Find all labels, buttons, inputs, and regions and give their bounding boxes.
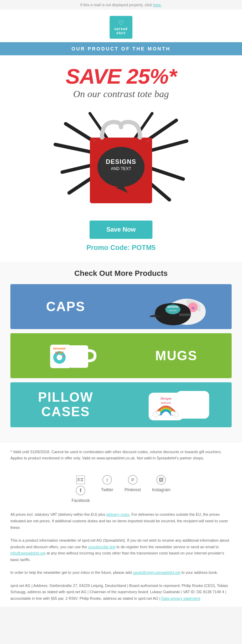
tote-illustration: DESIGNS AND TEXT ✕ ✕: [7, 103, 235, 214]
topbar-text: If this e-mail is not displayed properly…: [80, 3, 153, 7]
svg-text:AND TEXT: AND TEXT: [111, 166, 131, 171]
svg-point-28: [57, 355, 62, 360]
footer-p1: All prices incl. statutory VAT (delivery…: [10, 511, 232, 531]
mugs-svg: DESIGNS and text: [31, 335, 100, 376]
logo-box: ♡ spreadshirt: [110, 16, 133, 39]
social-twitter[interactable]: t Twitter: [101, 475, 113, 492]
caps-svg: 👾 DESIGNS and text: [142, 286, 211, 327]
social-facebook[interactable]:  f Facebook: [72, 475, 90, 503]
mugs-image: DESIGNS and text: [10, 333, 121, 378]
svg-text:DESIGNS: DESIGNS: [53, 347, 66, 350]
unsubscribe-link[interactable]: unsubscribe link: [88, 545, 115, 549]
svg-text:DESIGNS: DESIGNS: [167, 306, 178, 308]
svg-text:and text: and text: [161, 401, 171, 404]
facebook-label: Facebook: [72, 498, 90, 503]
caps-image: 👾 DESIGNS and text: [121, 284, 232, 329]
cta-area: Save Now: [7, 217, 235, 239]
footer-p3: In order to help the newsletter get to y…: [10, 569, 232, 576]
hero-headline: SAVE 25%*: [7, 66, 235, 87]
sarah-email-link[interactable]: sarah@reply.spreadshirt.net: [133, 570, 180, 575]
product-row-pillows[interactable]: PILLOW CASES: [10, 382, 232, 427]
social-row:  f Facebook t Twitter P Pinterest Insta…: [0, 468, 242, 506]
topbar-link[interactable]: here.: [153, 3, 162, 7]
twitter-svg-icon: t: [102, 475, 112, 485]
logo-area: ♡ spreadshirt: [0, 10, 242, 42]
mugs-label: MUGS: [121, 333, 232, 378]
email-wrapper: If this e-mail is not displayed properly…: [0, 0, 242, 607]
svg-text:t: t: [106, 477, 108, 483]
twitter-label: Twitter: [101, 487, 113, 492]
more-products-title: Check Out More Products: [10, 269, 232, 278]
hero-subheadline: On our contrast tote bag: [7, 88, 235, 100]
svg-text:✕: ✕: [93, 139, 96, 143]
pillows-label-2: CASES: [41, 405, 90, 419]
svg-text:✕: ✕: [146, 139, 149, 143]
promo-code: Promo Code: POTM5: [7, 244, 235, 252]
footer-p4: sprd.net AG | Address: Gießerstraße 27, …: [10, 582, 232, 602]
delivery-costs-link[interactable]: delivery costs: [106, 512, 130, 516]
info-email-link[interactable]: info@spreadshirt.net: [10, 551, 46, 555]
heart-icon: ♡: [114, 19, 128, 27]
social-instagram[interactable]: Instagram: [152, 475, 170, 492]
svg-text:👾: 👾: [191, 306, 195, 310]
product-row-mugs[interactable]: DESIGNS and text MUGS: [10, 333, 232, 378]
topbar: If this e-mail is not displayed properly…: [0, 0, 242, 10]
svg-point-50: [157, 475, 166, 484]
caps-label: CAPS: [10, 284, 121, 329]
pillows-label: PILLOW CASES: [10, 382, 121, 427]
pillows-label-1: PILLOW: [38, 390, 93, 405]
svg-point-39: [171, 411, 175, 415]
footnote: * Valid until 31/05/2018. Cannot be used…: [0, 442, 242, 468]
instagram-svg-icon: [156, 475, 166, 485]
tote-svg: DESIGNS AND TEXT ✕ ✕: [38, 103, 204, 214]
facebook-svg-icon: f: [76, 486, 85, 495]
svg-point-37: [156, 411, 160, 415]
pillows-svg: Designs and text: [138, 384, 214, 426]
svg-text:DESIGNS: DESIGNS: [106, 158, 136, 165]
logo-text: spreadshirt: [114, 27, 128, 35]
facebook-icon: : [72, 475, 90, 486]
banner-text: OUR PRODUCT OF THE MONTH: [72, 46, 171, 52]
svg-point-52: [160, 479, 162, 481]
instagram-label: Instagram: [152, 487, 170, 492]
footer-p2: This is a product information newsletter…: [10, 537, 232, 563]
pillows-image: Designs and text: [121, 382, 232, 427]
svg-rect-24: [179, 314, 191, 316]
more-products-section: Check Out More Products CAPS 👾: [0, 262, 242, 442]
footer-text: All prices incl. statutory VAT (delivery…: [0, 506, 242, 607]
svg-text:P: P: [131, 477, 134, 483]
svg-text:f: f: [80, 488, 82, 493]
svg-text:Designs: Designs: [160, 396, 171, 400]
svg-rect-51: [159, 478, 163, 482]
footnote-text: * Valid until 31/05/2018. Cannot be used…: [10, 450, 222, 460]
social-pinterest[interactable]: P Pinterest: [124, 475, 141, 492]
privacy-statement-link[interactable]: Data privacy statement: [161, 596, 201, 600]
hero-section: SAVE 25%* On our contrast tote bag: [0, 55, 242, 262]
svg-point-53: [163, 478, 164, 479]
svg-text:and text: and text: [169, 309, 177, 311]
pinterest-svg-icon: P: [128, 475, 138, 485]
product-row-caps[interactable]: CAPS 👾: [10, 284, 232, 329]
banner: OUR PRODUCT OF THE MONTH: [0, 42, 242, 55]
save-now-button[interactable]: Save Now: [90, 221, 152, 239]
pinterest-label: Pinterest: [124, 487, 141, 492]
svg-text:and text: and text: [55, 351, 64, 353]
